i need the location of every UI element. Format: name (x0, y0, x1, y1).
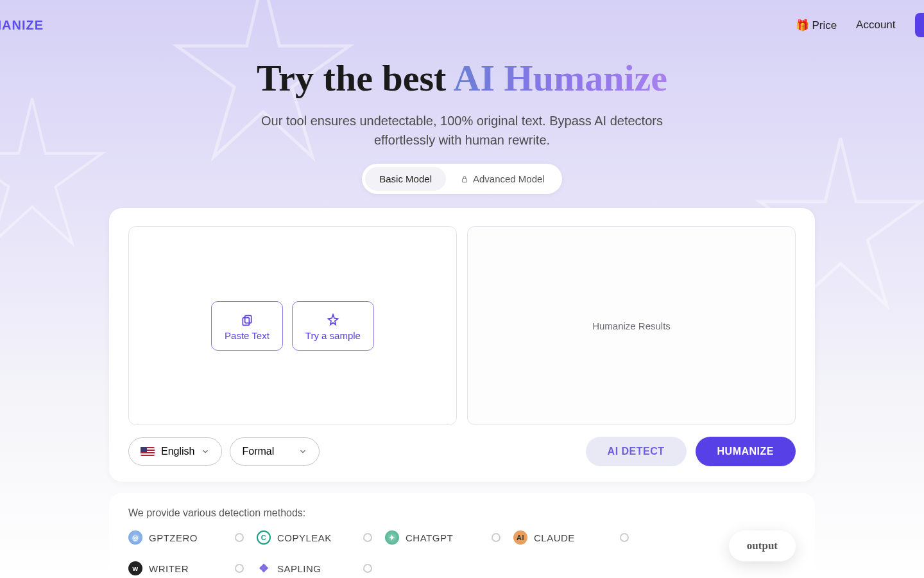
paste-icon (241, 313, 253, 326)
status-indicator (235, 564, 244, 573)
tab-advanced-label: Advanced Model (473, 173, 545, 184)
tone-select[interactable]: Formal (230, 437, 320, 466)
humanize-button[interactable]: HUMANIZE (696, 437, 796, 466)
detectors-grid: ◎ GPTZERO C COPYLEAK ✦ CHATGPT AI CLAUDE… (128, 530, 796, 575)
detector-label: SAPLING (277, 563, 321, 574)
detectors-title: We provide various detection methods: (128, 507, 796, 519)
copyleak-icon: C (257, 530, 271, 545)
detector-copyleak: C COPYLEAK (257, 530, 372, 545)
main-card: Paste Text Try a sample Humanize Results… (109, 208, 815, 482)
nav-price-label: Price (812, 19, 837, 31)
controls-row: English Formal AI DETECT HUMANIZE (128, 437, 796, 466)
detector-label: GPTZERO (149, 532, 198, 543)
detector-writer: w WRITER (128, 561, 244, 575)
paste-text-button[interactable]: Paste Text (211, 301, 283, 351)
language-label: English (161, 446, 194, 457)
status-indicator (363, 564, 372, 573)
language-select[interactable]: English (128, 437, 222, 466)
detector-label: CHATGPT (406, 532, 453, 543)
status-indicator (363, 533, 372, 542)
status-indicator (235, 533, 244, 542)
signup-button[interactable] (915, 13, 924, 37)
detector-label: CLAUDE (534, 532, 575, 543)
chevron-down-icon (298, 447, 307, 456)
detector-label: COPYLEAK (277, 532, 332, 543)
tab-basic-model[interactable]: Basic Model (365, 167, 446, 191)
editor-panels: Paste Text Try a sample Humanize Results (128, 226, 796, 425)
right-controls: AI DETECT HUMANIZE (586, 437, 796, 466)
tone-label: Formal (242, 446, 274, 457)
detectors-card: We provide various detection methods: ◎ … (109, 493, 815, 578)
gift-icon: 🎁 (796, 19, 809, 31)
us-flag-icon (141, 447, 155, 456)
logo[interactable]: UMANIZE (0, 18, 44, 33)
svg-rect-2 (243, 317, 249, 325)
svg-rect-1 (245, 315, 252, 323)
hero-subtitle: Our tool ensures undetectable, 100% orig… (250, 111, 674, 150)
nav: 🎁Price Account (796, 13, 924, 37)
detector-claude: AI CLAUDE (513, 530, 629, 545)
model-toggle: Basic Model Advanced Model (362, 164, 561, 194)
hero-title-gradient: AI Humanize (454, 57, 668, 99)
ai-detect-button[interactable]: AI DETECT (586, 437, 687, 466)
left-controls: English Formal (128, 437, 320, 466)
svg-rect-0 (462, 179, 466, 182)
try-sample-label: Try a sample (305, 330, 361, 341)
detector-chatgpt: ✦ CHATGPT (385, 530, 501, 545)
hero-title-plain: Try the best (257, 57, 454, 99)
nav-price[interactable]: 🎁Price (796, 19, 837, 32)
writer-icon: w (128, 561, 142, 575)
sapling-icon: ❖ (257, 561, 271, 575)
input-panel[interactable]: Paste Text Try a sample (128, 226, 457, 425)
hero-title: Try the best AI Humanize (0, 57, 924, 100)
output-badge[interactable]: output (729, 530, 796, 561)
output-placeholder: Humanize Results (592, 320, 671, 331)
output-panel: Humanize Results (467, 226, 796, 425)
tab-advanced-model[interactable]: Advanced Model (446, 167, 559, 191)
detector-gptzero: ◎ GPTZERO (128, 530, 244, 545)
status-indicator (620, 533, 629, 542)
gptzero-icon: ◎ (128, 530, 142, 545)
detector-label: WRITER (149, 563, 189, 574)
detector-sapling: ❖ SAPLING (257, 561, 372, 575)
claude-icon: AI (513, 530, 527, 545)
nav-account[interactable]: Account (856, 19, 895, 31)
star-icon (327, 313, 339, 326)
header: UMANIZE 🎁Price Account (0, 0, 924, 50)
chatgpt-icon: ✦ (385, 530, 399, 545)
try-sample-button[interactable]: Try a sample (292, 301, 374, 351)
hero: Try the best AI Humanize Our tool ensure… (0, 50, 924, 194)
paste-text-label: Paste Text (225, 330, 270, 341)
status-indicator (492, 533, 501, 542)
lock-icon (460, 175, 469, 184)
chevron-down-icon (201, 447, 210, 456)
